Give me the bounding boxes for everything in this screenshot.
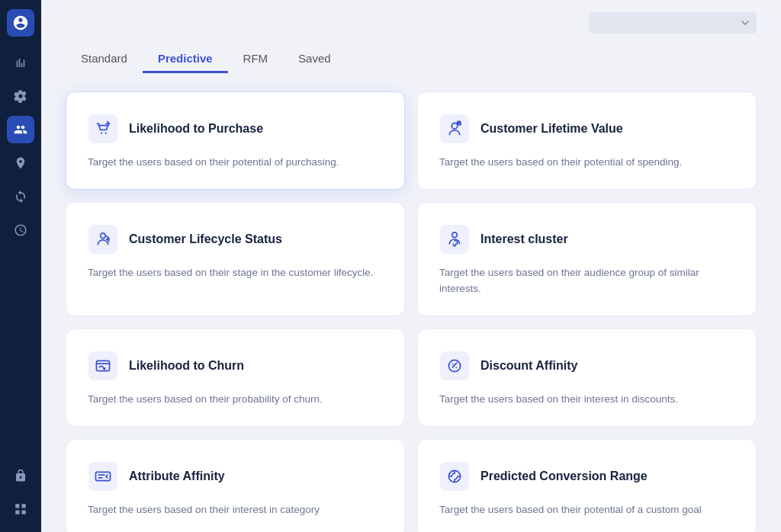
- card-title: Discount Affinity: [480, 359, 577, 373]
- card-desc: Target the users based on their potentia…: [439, 502, 734, 518]
- interest-icon: [439, 224, 470, 255]
- lock-icon: [14, 469, 27, 482]
- people-icon: [14, 123, 27, 136]
- card-row-2: Customer Lifecycle Status Target the use…: [66, 202, 757, 316]
- card-interest-cluster[interactable]: Interest cluster Target the users based …: [417, 202, 757, 316]
- header: [41, 0, 781, 34]
- pin-icon: [14, 156, 27, 170]
- card-title: Likelihood to Churn: [129, 359, 244, 373]
- sidebar-item-grid-small[interactable]: [7, 495, 34, 523]
- tab-rfm[interactable]: RFM: [228, 46, 284, 73]
- lifecycle-icon: [88, 224, 118, 255]
- card-desc: Target the users based on their potentia…: [439, 155, 734, 171]
- card-desc: Target the users based on their probabil…: [88, 392, 383, 408]
- sidebar-item-lock[interactable]: [7, 462, 34, 489]
- card-likelihood-churn[interactable]: Likelihood to Churn Target the users bas…: [66, 328, 405, 427]
- workspace-dropdown[interactable]: [589, 12, 757, 34]
- sidebar-item-integrations[interactable]: [7, 183, 34, 210]
- svg-rect-6: [88, 225, 117, 254]
- svg-point-14: [452, 363, 454, 364]
- tab-standard[interactable]: Standard: [66, 46, 143, 73]
- card-predicted-conversion-range[interactable]: Predicted Conversion Range Target the us…: [417, 439, 757, 532]
- sidebar-item-analytics[interactable]: [7, 49, 34, 76]
- logo-icon: [12, 14, 29, 31]
- card-header: Customer Lifetime Value: [439, 114, 734, 144]
- circle-arrows-icon: [14, 190, 27, 204]
- card-header: Attribute Affinity: [88, 461, 383, 492]
- svg-rect-10: [88, 351, 117, 380]
- card-desc: Target the users based on their audience…: [439, 265, 734, 297]
- logo[interactable]: [7, 9, 34, 37]
- card-title: Customer Lifetime Value: [480, 122, 623, 136]
- lifetime-icon: [439, 114, 470, 144]
- content-area: Likelihood to Purchase Target the users …: [41, 73, 781, 532]
- sidebar-item-users[interactable]: [7, 116, 34, 143]
- sidebar-item-history[interactable]: [7, 216, 34, 244]
- card-customer-lifetime-value[interactable]: Customer Lifetime Value Target the users…: [417, 91, 757, 190]
- clock-icon: [14, 223, 27, 237]
- card-row-1: Likelihood to Purchase Target the users …: [66, 91, 757, 190]
- svg-point-2: [105, 133, 107, 134]
- tabs-container: Standard Predictive RFM Saved: [41, 34, 781, 73]
- card-likelihood-purchase[interactable]: Likelihood to Purchase Target the users …: [66, 91, 405, 190]
- sidebar-item-settings[interactable]: [7, 82, 34, 110]
- chevron-down-icon: [741, 21, 749, 25]
- card-header: Interest cluster: [439, 224, 734, 255]
- card-title: Interest cluster: [480, 232, 568, 246]
- card-desc: Target the users based on their stage in…: [88, 265, 383, 281]
- card-title: Likelihood to Purchase: [129, 122, 263, 136]
- svg-point-1: [101, 133, 102, 134]
- conversion-icon: [439, 461, 470, 492]
- card-desc: Target the users based on their potentia…: [88, 155, 383, 171]
- grid-small-icon: [14, 502, 27, 516]
- card-row-3: Likelihood to Churn Target the users bas…: [66, 328, 757, 427]
- bar-chart-icon: [14, 56, 27, 69]
- main-content: Standard Predictive RFM Saved: [41, 0, 781, 532]
- card-header: Predicted Conversion Range: [439, 461, 734, 492]
- card-discount-affinity[interactable]: Discount Affinity Target the users based…: [417, 328, 757, 427]
- card-header: Discount Affinity: [439, 351, 734, 381]
- tab-predictive[interactable]: Predictive: [143, 46, 228, 73]
- tab-saved[interactable]: Saved: [283, 46, 346, 73]
- sidebar-item-location[interactable]: [7, 149, 34, 177]
- card-title: Attribute Affinity: [129, 470, 225, 483]
- svg-point-15: [455, 367, 457, 368]
- card-title: Predicted Conversion Range: [480, 470, 648, 483]
- card-header: Likelihood to Churn: [88, 351, 383, 381]
- attribute-icon: [88, 461, 118, 492]
- sidebar: [0, 0, 41, 532]
- card-attribute-affinity[interactable]: Attribute Affinity Target the users base…: [66, 439, 405, 532]
- svg-rect-18: [440, 462, 469, 491]
- churn-icon: [88, 351, 118, 381]
- svg-rect-0: [88, 114, 117, 143]
- card-row-4: Attribute Affinity Target the users base…: [66, 439, 757, 532]
- gear-icon: [14, 89, 27, 103]
- card-header: Customer Lifecycle Status: [88, 224, 383, 255]
- sidebar-bottom: [7, 462, 34, 523]
- purchase-icon: [88, 114, 118, 144]
- discount-icon: [439, 351, 470, 381]
- card-desc: Target the users based on their interest…: [439, 392, 734, 408]
- card-title: Customer Lifecycle Status: [129, 232, 282, 246]
- svg-rect-16: [88, 462, 117, 491]
- card-desc: Target the users based on their interest…: [88, 502, 383, 518]
- card-header: Likelihood to Purchase: [88, 114, 383, 144]
- card-customer-lifecycle-status[interactable]: Customer Lifecycle Status Target the use…: [66, 202, 405, 316]
